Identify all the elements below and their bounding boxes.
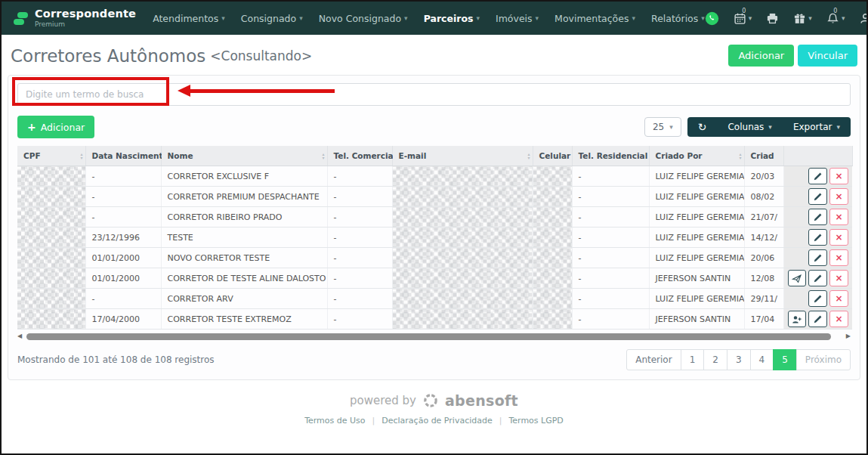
edit-button[interactable]	[808, 249, 827, 266]
table-row[interactable]: 01/01/2000 NOVO CORRETOR TESTE - - LUIZ …	[17, 248, 852, 268]
print-icon[interactable]	[766, 12, 779, 25]
cell-data-nascimento: -	[85, 289, 161, 309]
table-row[interactable]: - CORRETOR PREMIUM DESPACHANTE - - LUIZ …	[17, 187, 852, 207]
gift-icon[interactable]: ▾	[793, 12, 812, 25]
table-footer: Mostrando de 101 até 108 de 108 registro…	[17, 349, 851, 370]
cell-tel-comercial: -	[327, 248, 392, 268]
edit-button[interactable]	[808, 270, 827, 286]
edit-button[interactable]	[808, 229, 827, 246]
table-row[interactable]: 23/12/1996 TESTE - - LUIZ FELIPE GEREMIA…	[17, 228, 852, 248]
user-icon[interactable]: ▾	[859, 12, 868, 25]
nav-item-relatorios[interactable]: Relatórios▾	[651, 13, 705, 24]
nav-item-consignado[interactable]: Consignado▾	[241, 13, 303, 24]
col-header-nome[interactable]: Nome▴▾	[161, 146, 327, 166]
edit-button[interactable]	[808, 209, 827, 225]
pagination-prev[interactable]: Anterior	[626, 349, 681, 370]
pagination-page-5-active[interactable]: 5	[773, 349, 797, 370]
page-title: Corretores Autônomos	[11, 46, 205, 66]
cpf-cell-redacted	[17, 309, 85, 330]
delete-button[interactable]: ×	[829, 188, 848, 205]
cell-tel-residencial: -	[572, 248, 649, 268]
cell-data-nascimento: -	[85, 187, 161, 207]
horizontal-scrollbar[interactable]: ◀ ▶	[17, 332, 851, 341]
search-input[interactable]	[17, 83, 851, 106]
nav-item-movimentacoes[interactable]: Movimentações▾	[554, 13, 635, 24]
nav-item-atendimentos[interactable]: Atendimentos▾	[153, 13, 225, 24]
add-user-button[interactable]	[788, 311, 807, 327]
col-header-tel-comercial[interactable]: Tel. Comercial	[327, 146, 392, 166]
edit-button[interactable]	[808, 168, 827, 184]
delete-button[interactable]: ×	[829, 270, 848, 286]
pagination-page-4[interactable]: 4	[750, 349, 774, 370]
table-row[interactable]: - CORRETOR RIBEIRO PRADO - - LUIZ FELIPE…	[17, 207, 852, 228]
col-header-celular[interactable]: Celular	[533, 146, 572, 166]
adicionar-button[interactable]: Adicionar	[728, 45, 794, 67]
delete-button[interactable]: ×	[829, 229, 848, 246]
col-header-email[interactable]: E-mail▴▾	[392, 146, 533, 166]
nav-item-novo-consignado[interactable]: Novo Consignado▾	[319, 13, 408, 24]
cell-nome: TESTE	[161, 228, 327, 248]
chevron-down-icon: ▾	[632, 14, 635, 22]
scrollbar-track[interactable]	[25, 333, 843, 340]
calendar-icon[interactable]: 0 ▾	[734, 12, 752, 25]
link-termos-de-uso[interactable]: Termos de Uso	[304, 416, 365, 426]
cell-data-nascimento: 23/12/1996	[85, 228, 161, 248]
scroll-right-icon[interactable]: ▶	[846, 333, 851, 339]
cell-criado-em: 21/07/	[744, 207, 783, 228]
columns-button[interactable]: Colunas▾	[717, 117, 782, 137]
bell-icon[interactable]: 0 ▾	[826, 12, 845, 25]
col-header-criado-por[interactable]: Criado Por▴▾	[649, 146, 744, 166]
cell-tel-residencial: -	[572, 228, 649, 248]
bell-badge: 0	[833, 8, 837, 14]
cell-criado-por: JEFERSON SANTIN	[649, 309, 744, 330]
nav-item-parceiros[interactable]: Parceiros▾	[424, 13, 480, 24]
scroll-left-icon[interactable]: ◀	[17, 333, 22, 339]
table-row[interactable]: 17/04/2000 CORRETOR TESTE EXTREMOZ - - J…	[17, 309, 852, 330]
edit-button[interactable]	[808, 311, 827, 327]
delete-button[interactable]: ×	[829, 311, 848, 327]
col-header-criado-em[interactable]: Criad	[744, 146, 783, 166]
pagination-page-3[interactable]: 3	[727, 349, 751, 370]
cell-criado-em: 29/11/	[744, 289, 783, 309]
col-header-tel-residencial[interactable]: Tel. Residencial	[572, 146, 649, 166]
table-row[interactable]: - CORRETOR ARV - - LUIZ FELIPE GEREMIA 2…	[17, 289, 852, 309]
brand-logo[interactable]: Correspondente Premium	[14, 8, 136, 28]
vincular-button[interactable]: Vincular	[798, 45, 857, 67]
add-record-button[interactable]: + Adicionar	[17, 116, 94, 138]
cell-data-nascimento: -	[85, 207, 161, 228]
send-button[interactable]	[788, 270, 807, 286]
content-card: + Adicionar 25 ▾ ↻ Colunas▾ Exportar▾	[8, 75, 860, 380]
cell-nome: CORRETOR DE TESTE ALINE DALOSTO	[161, 268, 327, 289]
table-row[interactable]: - CORRETOR EXCLUSIVE F - - LUIZ FELIPE G…	[17, 166, 852, 187]
navbar-icon-group: 0 ▾ ▾ 0 ▾ ▾	[705, 11, 868, 26]
cell-tel-comercial: -	[327, 309, 392, 330]
edit-button[interactable]	[808, 188, 827, 205]
col-header-cpf[interactable]: CPF▴▾	[17, 146, 85, 166]
page-size-select[interactable]: 25 ▾	[644, 117, 681, 137]
edit-button[interactable]	[808, 290, 827, 307]
cell-nome: NOVO CORRETOR TESTE	[161, 248, 327, 268]
cell-tel-comercial: -	[327, 207, 392, 228]
pagination-page-1[interactable]: 1	[681, 349, 705, 370]
delete-button[interactable]: ×	[829, 209, 848, 225]
scrollbar-thumb[interactable]	[26, 333, 831, 340]
col-header-data-nascimento[interactable]: Data Nascimento	[85, 146, 161, 166]
link-declaracao-privacidade[interactable]: Declaração de Privacidade	[381, 416, 492, 426]
whatsapp-icon[interactable]	[705, 11, 719, 26]
refresh-button[interactable]: ↻	[687, 118, 718, 136]
delete-button[interactable]: ×	[829, 249, 848, 266]
link-termos-lgpd[interactable]: Termos LGPD	[508, 416, 563, 426]
delete-button[interactable]: ×	[829, 168, 848, 184]
pagination-page-2[interactable]: 2	[703, 349, 727, 370]
refresh-icon: ↻	[698, 122, 707, 132]
top-navbar: Correspondente Premium Atendimentos▾ Con…	[2, 2, 866, 35]
nav-item-imoveis[interactable]: Imóveis▾	[496, 13, 539, 24]
site-footer: powered by abensoft Termos de Uso | Decl…	[2, 392, 866, 426]
cell-criado-em: 08/02	[744, 187, 783, 207]
delete-button[interactable]: ×	[829, 290, 848, 307]
pagination-next[interactable]: Próximo	[796, 349, 851, 370]
table-row[interactable]: 01/01/2000 CORRETOR DE TESTE ALINE DALOS…	[17, 268, 852, 289]
cell-criado-em: 17/04	[744, 309, 783, 330]
export-button[interactable]: Exportar▾	[783, 117, 851, 137]
chevron-down-icon: ▾	[221, 14, 225, 22]
